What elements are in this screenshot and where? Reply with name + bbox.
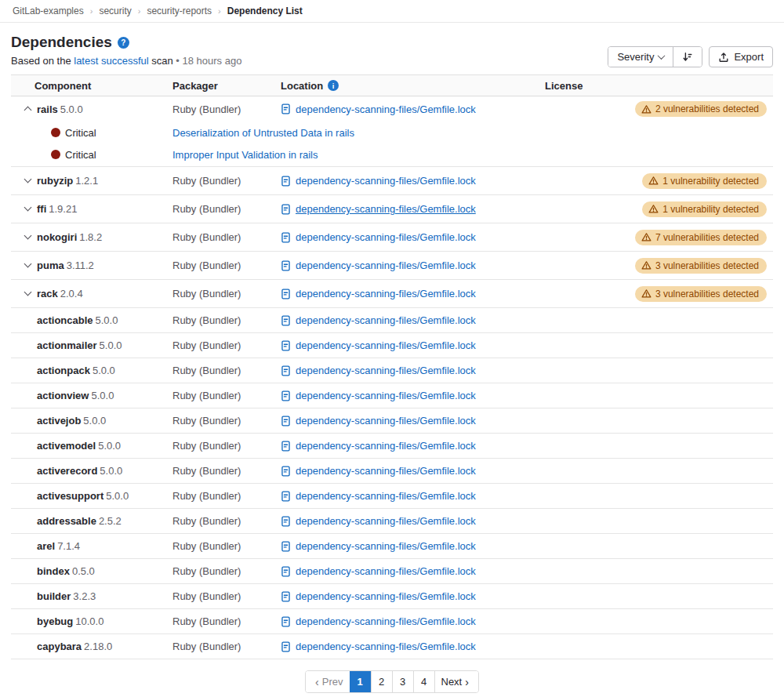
chevron-toggle-icon[interactable]: [24, 261, 33, 270]
location-link[interactable]: dependency-scanning-files/Gemfile.lock: [296, 288, 476, 299]
license-cell: 3 vulnerabilities detected: [545, 258, 773, 274]
location-link[interactable]: dependency-scanning-files/Gemfile.lock: [296, 490, 476, 502]
location-cell: dependency-scanning-files/Gemfile.lock: [281, 231, 545, 243]
component-name: activemodel: [37, 440, 96, 452]
subtitle-suffix: scan: [151, 55, 172, 67]
vulnerability-title-link[interactable]: Deserialization of Untrusted Data in rai…: [172, 127, 773, 139]
file-document-icon: [281, 541, 291, 552]
location-link[interactable]: dependency-scanning-files/Gemfile.lock: [296, 641, 476, 652]
latest-successful-scan-link[interactable]: latest successful: [74, 55, 148, 67]
license-cell: 1 vulnerability detected: [545, 173, 773, 189]
component-name: nokogiri: [37, 231, 77, 243]
page-number-button[interactable]: 4: [413, 671, 434, 692]
location-link[interactable]: dependency-scanning-files/Gemfile.lock: [296, 565, 476, 577]
vulnerability-count-label: 3 vulnerabilities detected: [655, 260, 759, 271]
location-link[interactable]: dependency-scanning-files/Gemfile.lock: [296, 203, 476, 215]
chevron-toggle-icon[interactable]: [24, 289, 33, 299]
file-document-icon: [281, 466, 291, 477]
file-document-icon: [281, 232, 291, 243]
component-version: 5.0.0: [83, 415, 106, 427]
table-row-group: ffi 1.9.21 Ruby (Bundler) dependency-sca…: [11, 195, 773, 223]
prev-page-button[interactable]: ‹ Prev: [306, 671, 349, 692]
component-cell: activejob 5.0.0: [11, 415, 172, 427]
sort-direction-button[interactable]: [673, 47, 702, 67]
location-cell: dependency-scanning-files/Gemfile.lock: [281, 365, 545, 376]
location-link[interactable]: dependency-scanning-files/Gemfile.lock: [296, 260, 476, 271]
export-button[interactable]: Export: [709, 46, 773, 67]
chevron-right-icon: ›: [465, 677, 469, 688]
location-link[interactable]: dependency-scanning-files/Gemfile.lock: [296, 231, 476, 243]
component-cell: actionmailer 5.0.0: [11, 339, 172, 351]
location-link[interactable]: dependency-scanning-files/Gemfile.lock: [296, 415, 476, 427]
location-link[interactable]: dependency-scanning-files/Gemfile.lock: [296, 175, 476, 187]
component-version: 5.0.0: [91, 390, 114, 401]
location-link[interactable]: dependency-scanning-files/Gemfile.lock: [296, 390, 476, 401]
table-row: nokogiri 1.8.2 Ruby (Bundler) dependency…: [11, 223, 773, 251]
component-cell: builder 3.2.3: [11, 590, 172, 602]
file-document-icon: [281, 441, 291, 452]
table-row: rubyzip 1.2.1 Ruby (Bundler) dependency-…: [11, 167, 773, 194]
help-icon[interactable]: ?: [118, 37, 129, 49]
info-icon[interactable]: i: [328, 80, 339, 91]
component-cell: rubyzip 1.2.1: [11, 175, 172, 187]
license-cell: 7 vulnerabilities detected: [545, 230, 773, 245]
location-link[interactable]: dependency-scanning-files/Gemfile.lock: [296, 103, 476, 115]
packager-cell: Ruby (Bundler): [172, 260, 281, 271]
page-number-button[interactable]: 1: [350, 671, 371, 692]
location-link[interactable]: dependency-scanning-files/Gemfile.lock: [296, 365, 476, 376]
packager-cell: Ruby (Bundler): [172, 615, 281, 627]
chevron-toggle-icon[interactable]: [24, 104, 33, 114]
file-document-icon: [281, 176, 291, 187]
location-link[interactable]: dependency-scanning-files/Gemfile.lock: [296, 339, 476, 351]
vulnerability-count-label: 1 vulnerability detected: [662, 176, 759, 187]
page-number-button[interactable]: 2: [371, 671, 392, 692]
chevron-toggle-icon[interactable]: [24, 205, 33, 214]
location-link[interactable]: dependency-scanning-files/Gemfile.lock: [296, 515, 476, 527]
location-link[interactable]: dependency-scanning-files/Gemfile.lock: [296, 440, 476, 452]
component-name: activejob: [37, 415, 81, 427]
location-cell: dependency-scanning-files/Gemfile.lock: [281, 515, 545, 527]
chevron-toggle-icon[interactable]: [24, 176, 33, 186]
table-row: rack 2.0.4 Ruby (Bundler) dependency-sca…: [11, 280, 773, 307]
column-header-license: License: [545, 80, 773, 92]
chevron-toggle-icon[interactable]: [24, 233, 33, 242]
chevron-left-icon: ‹: [315, 677, 319, 688]
location-link[interactable]: dependency-scanning-files/Gemfile.lock: [296, 314, 476, 326]
packager-cell: Ruby (Bundler): [172, 314, 281, 326]
file-document-icon: [281, 103, 291, 114]
vulnerability-title-link[interactable]: Improper Input Validation in rails: [172, 149, 773, 161]
packager-cell: Ruby (Bundler): [172, 390, 281, 401]
vulnerability-count-label: 2 vulnerabilities detected: [655, 103, 759, 114]
packager-cell: Ruby (Bundler): [172, 231, 281, 243]
location-cell: dependency-scanning-files/Gemfile.lock: [281, 615, 545, 627]
location-cell: dependency-scanning-files/Gemfile.lock: [281, 103, 545, 115]
packager-cell: Ruby (Bundler): [172, 590, 281, 602]
page-number-button[interactable]: 3: [392, 671, 413, 692]
severity-cell: Critical: [11, 149, 172, 161]
location-cell: dependency-scanning-files/Gemfile.lock: [281, 641, 545, 652]
file-document-icon: [281, 260, 291, 271]
pagination: ‹ Prev 1234 Next ›: [0, 670, 784, 693]
breadcrumb-item-security-reports[interactable]: security-reports: [147, 5, 212, 16]
location-link[interactable]: dependency-scanning-files/Gemfile.lock: [296, 590, 476, 602]
scan-timestamp: 18 hours ago: [183, 55, 242, 67]
component-name: rubyzip: [37, 175, 73, 187]
table-row: ffi 1.9.21 Ruby (Bundler) dependency-sca…: [11, 195, 773, 223]
severity-critical-icon: [51, 128, 60, 137]
sort-descending-icon: [682, 52, 693, 63]
location-link[interactable]: dependency-scanning-files/Gemfile.lock: [296, 615, 476, 627]
breadcrumb-item-group[interactable]: GitLab-examples: [13, 5, 84, 16]
next-page-button[interactable]: Next ›: [434, 671, 478, 692]
dependency-table: Component Packager Location i License ra…: [11, 74, 773, 659]
location-link[interactable]: dependency-scanning-files/Gemfile.lock: [296, 465, 476, 477]
severity-dropdown-button[interactable]: Severity: [608, 47, 673, 67]
breadcrumb-item-security[interactable]: security: [99, 5, 131, 16]
table-row-group: actionpack 5.0.0 Ruby (Bundler) dependen…: [11, 358, 773, 383]
table-row: bindex 0.5.0 Ruby (Bundler) dependency-s…: [11, 559, 773, 583]
breadcrumb-separator-icon: ›: [138, 6, 141, 16]
table-row: activesupport 5.0.0 Ruby (Bundler) depen…: [11, 484, 773, 508]
file-document-icon: [281, 566, 291, 577]
component-name: actionpack: [37, 365, 90, 376]
location-link[interactable]: dependency-scanning-files/Gemfile.lock: [296, 540, 476, 552]
component-cell: ffi 1.9.21: [11, 203, 172, 215]
